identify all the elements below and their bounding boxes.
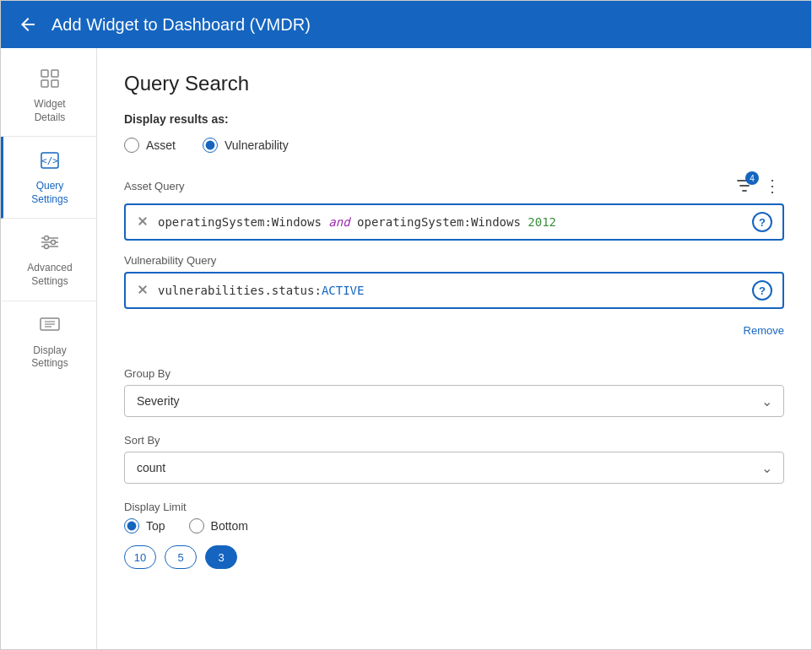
display-settings-icon [38,313,62,339]
radio-vulnerability[interactable] [203,138,218,153]
query-header-actions: 4 ⋮ [732,173,784,198]
sidebar-widget-details-label: WidgetDetails [34,98,65,124]
group-by-select[interactable]: Severity [124,385,784,417]
display-limit-label: Display Limit [124,501,784,513]
sidebar-item-widget-details[interactable]: WidgetDetails [1,55,96,137]
advanced-settings-icon [38,230,62,257]
sort-by-select-wrapper: count ⌄ [124,452,784,484]
display-limit-section: Display Limit Top Bottom 10 5 3 [124,501,784,569]
svg-rect-0 [41,70,48,77]
vulnerability-query-clear-button[interactable] [136,283,149,299]
radio-option-asset[interactable]: Asset [124,138,176,153]
clear-icon [136,214,149,228]
display-results-radio-group: Asset Vulnerability [124,138,784,153]
num-btn-5[interactable]: 5 [165,545,197,569]
radio-option-vulnerability[interactable]: Vulnerability [203,138,289,153]
radio-asset-label: Asset [146,138,176,152]
sidebar-item-advanced-settings[interactable]: AdvancedSettings [1,219,96,301]
svg-point-9 [45,236,49,241]
num-btn-10[interactable]: 10 [124,545,156,569]
asset-query-clear-button[interactable] [136,214,149,230]
svg-point-11 [45,245,49,249]
asset-query-input-box: operatingSystem:Windows and operatingSys… [124,203,784,241]
sidebar-query-settings-label: QuerySettings [31,180,68,206]
asset-query-label: Asset Query [124,180,185,192]
radio-option-bottom[interactable]: Bottom [189,518,248,534]
vulnerability-query-help-button[interactable]: ? [752,280,772,301]
vulnerability-query-header: Vulnerability Query [124,254,784,267]
radio-bottom[interactable] [189,518,204,534]
radio-option-top[interactable]: Top [124,518,165,534]
group-by-select-wrapper: Severity ⌄ [124,385,784,417]
vulnerability-query-input-box: vulnerabilities.status:ACTIVE ? [124,272,784,309]
header-title: Add Widget to Dashboard (VMDR) [51,15,311,35]
sidebar-advanced-settings-label: AdvancedSettings [27,262,72,288]
more-options-button[interactable]: ⋮ [761,174,784,198]
back-button[interactable] [18,14,38,35]
sidebar: WidgetDetails </> QuerySettings [1,48,97,649]
sidebar-item-query-settings[interactable]: </> QuerySettings [1,137,96,219]
page-title: Query Search [124,72,784,95]
svg-rect-3 [51,80,58,87]
svg-rect-1 [51,70,58,77]
asset-query-text: operatingSystem:Windows and operatingSys… [158,215,744,229]
remove-button[interactable]: Remove [744,324,784,337]
vulnerability-query-label: Vulnerability Query [124,254,216,267]
sort-by-select[interactable]: count [124,452,784,484]
filter-badge: 4 [745,171,759,185]
asset-query-header: Asset Query 4 ⋮ [124,173,784,198]
sidebar-item-display-settings[interactable]: DisplaySettings [1,301,96,382]
main-content: Query Search Display results as: Asset V… [97,48,811,649]
query-settings-icon: </> [38,149,62,175]
vuln-clear-icon [136,283,149,296]
svg-text:</>: </> [41,155,58,166]
sidebar-display-settings-label: DisplaySettings [31,344,68,371]
svg-point-10 [51,241,56,245]
filter-button[interactable]: 4 [732,173,757,198]
display-results-label: Display results as: [124,112,784,126]
radio-top[interactable] [124,518,139,534]
num-btn-3[interactable]: 3 [205,545,237,569]
radio-vulnerability-label: Vulnerability [225,138,289,152]
app-header: Add Widget to Dashboard (VMDR) [1,1,811,48]
svg-rect-2 [41,80,48,87]
vulnerability-query-text: vulnerabilities.status:ACTIVE [158,284,744,297]
radio-asset[interactable] [124,138,139,153]
asset-query-help-button[interactable]: ? [752,212,772,232]
top-label: Top [146,519,165,533]
bottom-label: Bottom [211,519,248,533]
number-buttons-group: 10 5 3 [124,545,784,569]
widget-details-icon [38,67,62,93]
sort-by-label: Sort By [124,434,784,447]
group-by-label: Group By [124,367,784,380]
remove-container: Remove [124,322,784,352]
display-limit-row: Top Bottom [124,518,784,534]
